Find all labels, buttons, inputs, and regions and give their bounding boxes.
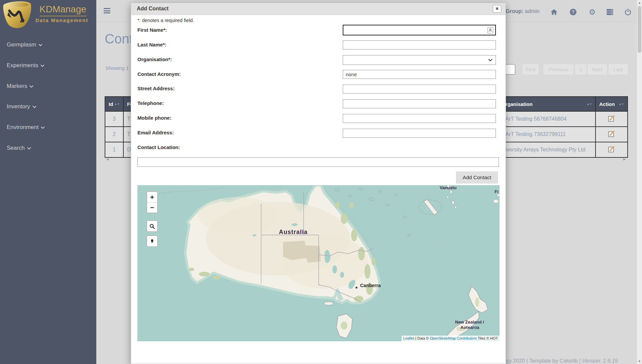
sort-icon[interactable]: ▲▼ [619,103,624,105]
settings-gear-icon[interactable]: ⚙ [588,8,596,16]
telephone-input[interactable] [343,99,496,108]
edit-icon[interactable] [608,145,616,153]
sidebar-item-environment[interactable]: Environment [7,124,45,131]
sidebar-item-label: Markers [7,83,27,90]
canberra-star-icon: ★ [355,285,358,289]
mobile-phone-input[interactable] [343,114,496,123]
logo-title: KDManage [39,4,86,16]
search-icon[interactable] [147,221,157,231]
power-icon[interactable] [624,8,632,16]
first-name-field-focused [343,25,496,35]
pagination-previous-button[interactable]: Previous [543,64,573,75]
bucket-logo-icon [1,1,33,29]
footer-version: Version: 1.9.15 [582,358,618,364]
sidebar-item-search[interactable]: Search [7,145,31,151]
contact-location-input[interactable] [137,157,499,167]
cell-action [596,142,628,157]
column-header-action[interactable]: Action▲▼ [596,97,628,111]
map-canvas: Australia Canberra ★ New Zealand / Aotea… [137,185,500,341]
chevron-down-icon [488,59,493,62]
street-address-label: Street Address: [137,86,175,91]
column-header-organisation[interactable]: Organisation▲▼ [498,97,596,111]
sidebar-item-markers[interactable]: Markers [7,83,33,90]
first-name-input[interactable] [343,25,495,35]
chevron-down-icon [29,85,33,88]
sidebar-item-experiments[interactable]: Experiments [7,62,44,69]
marker-pin-icon[interactable] [147,236,157,246]
svg-text:?: ? [572,9,575,15]
leaflet-link[interactable]: Leaflet [403,336,414,340]
sort-icon[interactable]: ▲▼ [586,103,592,105]
cell-id: 3 [105,111,123,127]
scroll-up-icon[interactable]: ▲ [637,0,642,5]
zoom-control: + − [146,191,158,213]
group-value: admin [525,8,540,14]
edit-icon[interactable] [608,114,616,122]
telephone-label: Telephone: [137,100,164,106]
page-scrollbar[interactable]: ▲ ▼ [637,0,642,364]
map-label-nz-2: Aotearoa [460,325,479,330]
cell-organisation: DArT Testing 73632799111 [498,127,596,142]
pagination-first-button[interactable]: First [523,64,539,75]
group-label: Group: [506,8,523,14]
sidebar-item-label: Experiments [7,62,38,69]
edit-icon[interactable] [608,130,616,138]
chevron-down-icon [41,126,45,129]
chevron-down-icon [27,147,31,150]
chevron-down-icon [38,44,42,46]
cell-id: 1 [105,142,123,157]
street-address-input[interactable] [343,85,496,94]
last-name-label: Last Name*: [137,42,167,47]
mobile-phone-label: Mobile phone: [137,115,172,121]
sidebar-item-label: Search [7,145,25,151]
contact-acronym-label: Contact Acronym: [137,71,181,77]
last-name-input[interactable] [343,40,496,49]
cell-id: 2 [105,127,123,142]
sidebar: KDManage Data Management Germplasm Exper… [0,0,96,364]
first-name-label: First Name*: [137,27,167,33]
sidebar-item-germplasm[interactable]: Germplasm [7,41,42,48]
cell-organisation: DArT Testing 56768746804 [498,111,596,127]
sidebar-item-label: Germplasm [7,41,36,48]
menu-toggle-icon[interactable] [104,8,110,13]
sidebar-item-label: Inventory [7,103,30,110]
map-marker-control [146,235,158,247]
group-indicator: Group: admin [506,8,539,14]
close-icon[interactable]: ✖ [493,5,501,13]
pagination-last-button[interactable]: Last [609,64,628,75]
scrollbar-thumb[interactable] [638,6,641,53]
contact-acronym-input[interactable] [343,70,496,79]
sort-icon[interactable]: ▲▼ [114,103,120,105]
map-label-nz-1: New Zealand / [455,320,484,325]
map-label-vanuatu: Vanuatu [440,185,457,190]
sidebar-item-label: Environment [7,124,38,131]
pagination-next-button[interactable]: Next [587,64,607,75]
zoom-out-button[interactable]: − [147,202,157,213]
map-attribution: Leaflet | Data © OpenStreetMap Contribut… [402,336,500,341]
zoom-in-button[interactable]: + [147,192,157,202]
add-contact-dialog: Add Contact ✖ *: denotes a required fiel… [131,3,506,364]
email-address-label: Email Address: [137,130,174,135]
scroll-down-icon[interactable]: ▼ [637,359,642,364]
email-address-input[interactable] [343,129,496,138]
dialog-titlebar[interactable]: Add Contact ✖ [131,3,506,15]
osm-link[interactable]: OpenStreetMap Contributors [430,336,477,340]
chevron-down-icon [32,106,36,108]
add-contact-submit-button[interactable]: Add Contact [456,171,498,184]
contact-location-label: Contact Location: [137,144,180,150]
map-label-canberra: Canberra [360,283,381,288]
leaflet-map[interactable]: Australia Canberra ★ New Zealand / Aotea… [137,185,500,341]
contact-autofill-icon[interactable] [488,27,493,33]
column-header-id[interactable]: Id▲▼ [105,97,123,111]
help-icon[interactable]: ? [569,8,577,16]
home-icon[interactable] [550,8,558,16]
pagination-page-button[interactable]: 1 [575,64,586,75]
organisation-select[interactable] [343,55,496,65]
screen: KDManage Data Management Germplasm Exper… [0,0,642,364]
map-label-australia: Australia [279,229,308,235]
map-label-fiji: Fi [495,189,499,194]
dialog-title: Add Contact [137,6,169,12]
sidebar-item-inventory[interactable]: Inventory [7,103,36,110]
database-icon[interactable] [606,8,614,16]
app-logo[interactable]: KDManage Data Management [0,0,96,29]
